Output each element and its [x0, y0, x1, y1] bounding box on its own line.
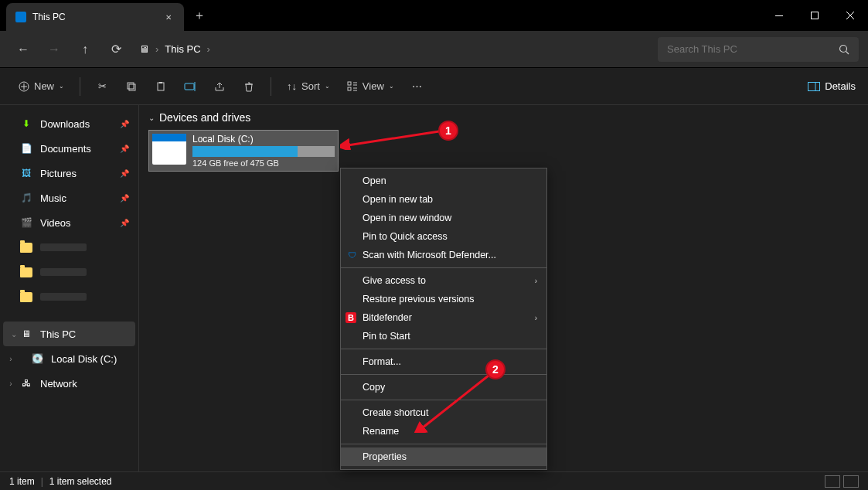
- expand-chevron-icon[interactable]: ⌄: [9, 330, 19, 339]
- search-box[interactable]: [658, 37, 859, 62]
- folder-icon: 📄: [20, 142, 32, 155]
- drive-free-text: 124 GB free of 475 GB: [192, 158, 335, 168]
- sidebar-item-network[interactable]: ›🖧Network: [0, 371, 138, 396]
- more-icon: ⋯: [412, 80, 422, 92]
- details-pane-button[interactable]: Details: [808, 80, 856, 92]
- svg-rect-11: [808, 82, 820, 90]
- folder-icon: 🖼: [20, 167, 32, 179]
- search-icon: [839, 44, 849, 55]
- sort-button[interactable]: ↑↓ Sort ⌄: [281, 74, 336, 99]
- ctx-item-label: Properties: [363, 451, 407, 462]
- sidebar-item-label: This PC: [40, 328, 76, 340]
- copy-button[interactable]: [119, 74, 144, 99]
- sidebar-item-label: Downloads: [40, 118, 90, 130]
- annotation-badge-1: 1: [438, 121, 458, 141]
- sidebar-item-label: Network: [40, 378, 77, 390]
- up-button[interactable]: ↑: [71, 36, 99, 63]
- expand-chevron-icon[interactable]: ›: [6, 379, 15, 388]
- pin-icon: 📌: [120, 120, 129, 128]
- view-details-icon[interactable]: [825, 475, 840, 488]
- tab-close-button[interactable]: ✕: [162, 11, 175, 23]
- plus-circle-icon: [19, 81, 29, 92]
- ctx-open-in-new-window[interactable]: Open in new window: [341, 209, 546, 227]
- ctx-item-icon: 🛡: [345, 249, 358, 261]
- drive-usage-bar: [192, 146, 335, 157]
- ctx-pin-to-start[interactable]: Pin to Start: [341, 327, 546, 345]
- ctx-item-icon: B: [345, 312, 356, 323]
- statusbar: 1 item | 1 item selected: [0, 471, 868, 490]
- svg-rect-10: [348, 87, 351, 90]
- delete-button[interactable]: [237, 74, 261, 99]
- sidebar-item-documents[interactable]: 📄Documents📌: [0, 136, 138, 161]
- back-button[interactable]: ←: [9, 36, 37, 63]
- chevron-right-icon: ›: [535, 277, 537, 285]
- sidebar-item-folder[interactable]: [0, 284, 138, 309]
- maximize-button[interactable]: [797, 0, 832, 31]
- sidebar-item-this-pc[interactable]: ⌄🖥This PC: [3, 322, 135, 346]
- chevron-down-icon: ⌄: [59, 83, 64, 90]
- sidebar-item-pictures[interactable]: 🖼Pictures📌: [0, 161, 138, 185]
- tab-this-pc[interactable]: This PC ✕: [6, 3, 184, 31]
- share-icon: [214, 81, 225, 92]
- ctx-restore-previous-versions[interactable]: Restore previous versions: [341, 290, 546, 308]
- section-header-devices[interactable]: ⌄ Devices and drives: [148, 111, 859, 124]
- svg-rect-0: [775, 15, 783, 16]
- folder-icon: [20, 266, 32, 278]
- svg-point-2: [840, 45, 847, 52]
- drive-name: Local Disk (C:): [192, 134, 335, 145]
- svg-rect-8: [185, 83, 194, 90]
- new-button[interactable]: New ⌄: [12, 74, 70, 99]
- tree-icon: 🖥: [20, 328, 32, 340]
- pin-icon: 📌: [120, 219, 129, 227]
- sidebar-item-folder[interactable]: [0, 260, 138, 284]
- refresh-button[interactable]: ⟳: [102, 36, 130, 63]
- close-button[interactable]: [832, 0, 868, 31]
- ctx-open-in-new-tab[interactable]: Open in new tab: [341, 190, 546, 209]
- forward-button[interactable]: →: [40, 36, 68, 63]
- new-tab-button[interactable]: ＋: [187, 3, 212, 28]
- titlebar: This PC ✕ ＋: [0, 0, 868, 31]
- sidebar-item-folder[interactable]: [0, 235, 138, 260]
- cut-button[interactable]: ✂: [90, 74, 114, 99]
- address-bar[interactable]: 🖥 › This PC ›: [133, 43, 648, 55]
- tab-title: This PC: [32, 12, 156, 22]
- ctx-item-label: Copy: [363, 382, 385, 393]
- toolbar: New ⌄ ✂ ↑↓ Sort ⌄ View ⌄ ⋯ Details: [0, 68, 868, 105]
- sidebar-item-music[interactable]: 🎵Music📌: [0, 185, 138, 210]
- svg-rect-9: [348, 82, 351, 85]
- svg-rect-7: [159, 82, 162, 83]
- chevron-right-icon: ›: [207, 43, 210, 55]
- ctx-item-label: Scan with Microsoft Defender...: [363, 250, 496, 260]
- minimize-button[interactable]: [761, 0, 797, 31]
- share-button[interactable]: [207, 74, 232, 99]
- ctx-give-access-to[interactable]: Give access to›: [341, 271, 546, 290]
- ctx-open[interactable]: Open: [341, 172, 546, 190]
- ctx-item-label: Pin to Quick access: [363, 231, 448, 242]
- rename-button[interactable]: [178, 74, 203, 99]
- sidebar-item-videos[interactable]: 🎬Videos📌: [0, 210, 138, 235]
- ctx-item-label: Give access to: [363, 275, 426, 286]
- view-thumbs-icon[interactable]: [843, 475, 859, 488]
- ctx-bitdefender[interactable]: BBitdefender›: [341, 308, 546, 327]
- pin-icon: 📌: [120, 169, 129, 178]
- expand-chevron-icon[interactable]: ›: [6, 355, 15, 363]
- ctx-properties[interactable]: Properties: [341, 447, 546, 466]
- sidebar-item-local-disk-c-[interactable]: ›💽Local Disk (C:): [0, 346, 138, 371]
- drive-local-disk-c[interactable]: Local Disk (C:) 124 GB free of 475 GB: [148, 130, 339, 172]
- ctx-scan-with-microsoft-defender-[interactable]: 🛡Scan with Microsoft Defender...: [341, 246, 546, 264]
- sidebar-item-downloads[interactable]: ⬇Downloads📌: [0, 111, 138, 136]
- ctx-format-[interactable]: Format...: [341, 352, 546, 371]
- rename-icon: [184, 81, 196, 92]
- annotation-badge-2: 2: [485, 359, 505, 379]
- sidebar-item-label: Pictures: [40, 168, 77, 179]
- more-button[interactable]: ⋯: [405, 74, 430, 99]
- chevron-down-icon: ⌄: [325, 83, 330, 90]
- breadcrumb-this-pc[interactable]: This PC: [165, 43, 200, 55]
- drive-icon: [152, 134, 186, 165]
- chevron-down-icon: ⌄: [148, 114, 155, 122]
- paste-button[interactable]: [148, 74, 173, 99]
- trash-icon: [243, 81, 254, 92]
- search-input[interactable]: [667, 43, 839, 55]
- ctx-pin-to-quick-access[interactable]: Pin to Quick access: [341, 227, 546, 246]
- view-button[interactable]: View ⌄: [341, 74, 400, 99]
